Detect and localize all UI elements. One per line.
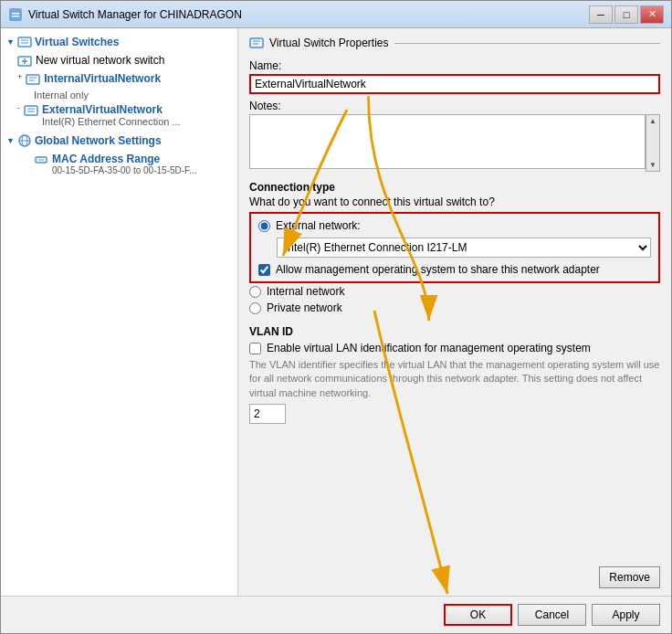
external-network-icon [24,103,38,118]
svg-rect-3 [18,37,31,47]
properties-section-title: Virtual Switch Properties [249,36,660,50]
new-switch-icon [17,54,32,69]
notes-scrollbar[interactable]: ▲ ▼ [646,114,660,172]
connection-type-question: What do you want to connect this virtual… [249,195,660,208]
notes-field-group: Notes: ▲ ▼ [249,100,660,172]
minimize-button[interactable]: ─ [589,5,613,24]
name-field-group: Name: [249,59,660,94]
mac-address-range-item[interactable]: MAC Address Range 00-15-5D-FA-35-00 to 0… [1,151,237,177]
notes-label: Notes: [249,100,660,112]
global-network-section: ▼ Global Network Settings MAC Address R [1,131,237,177]
vlan-value-input[interactable] [249,404,286,424]
global-network-header[interactable]: ▼ Global Network Settings [1,131,237,151]
app-icon [8,7,23,22]
allow-management-row: Allow management operating system to sha… [258,263,651,276]
scroll-up-icon: ▲ [647,115,658,127]
private-network-label: Private network [267,301,342,314]
global-network-settings-label: Global Network Settings [35,134,162,147]
virtual-switches-header[interactable]: ▼ Virtual Switches [1,32,237,52]
mac-address-range-label: MAC Address Range [52,153,196,165]
left-panel: ▼ Virtual Switches New virtual network [1,28,238,596]
close-button[interactable]: ✕ [640,5,664,24]
cancel-button[interactable]: Cancel [518,604,586,626]
vlan-enable-row: Enable virtual LAN identification for ma… [249,342,660,354]
properties-icon [249,36,264,50]
internal-virtual-network-item[interactable]: + InternalVirtualNetwork [1,70,237,89]
internal-network-radio[interactable] [249,286,261,298]
virtual-switches-section: ▼ Virtual Switches New virtual network [1,32,237,129]
title-bar: Virtual Switch Manager for CHINADRAGON ─… [1,1,671,28]
external-virtual-network-item[interactable]: - ExternalVirtualNetwork Intel(R) Ethern… [1,101,237,129]
expand-icon: + [17,72,22,81]
vlan-id-label: VLAN ID [249,325,660,338]
expand-icon2: - [17,103,20,112]
svg-rect-2 [12,16,19,17]
external-network-label: External network: [276,219,361,232]
new-virtual-switch-label: New virtual network switch [36,54,164,67]
name-input[interactable] [249,74,660,94]
notes-input[interactable] [249,114,646,169]
external-network-radio[interactable] [258,220,270,232]
maximize-button[interactable]: □ [614,5,638,24]
internal-network-label: Internal network [267,285,344,298]
internal-network-icon [26,72,40,87]
internal-network-row: Internal network [249,283,660,300]
intel-connection-label: Intel(R) Ethernet Connection ... [42,116,181,127]
mac-range-icon [34,153,48,167]
title-controls: ─ □ ✕ [589,5,664,24]
svg-rect-1 [12,13,19,15]
right-panel-inner: Virtual Switch Properties Name: Notes: ▲ [249,36,660,588]
svg-rect-9 [26,75,39,84]
adapter-dropdown-row: Intel(R) Ethernet Connection I217-LM [258,238,651,258]
scroll-down-icon: ▼ [647,159,658,171]
window-title: Virtual Switch Manager for CHINADRAGON [28,8,242,21]
properties-title-text: Virtual Switch Properties [269,37,389,49]
ok-button[interactable]: OK [444,604,512,626]
notes-wrapper: ▲ ▼ [249,114,660,172]
bottom-bar: OK Cancel Apply [1,596,671,633]
virtual-switches-icon [17,35,32,49]
svg-rect-20 [250,38,263,48]
vlan-description: The VLAN identifier specifies the virtua… [249,358,660,400]
new-virtual-switch-item[interactable]: New virtual network switch [1,52,237,70]
connection-type-section: Connection type What do you want to conn… [249,181,660,316]
main-window: Virtual Switch Manager for CHINADRAGON ─… [0,0,672,634]
private-network-radio[interactable] [249,302,261,314]
svg-rect-0 [9,8,22,21]
virtual-switches-label: Virtual Switches [35,36,119,48]
internal-only-label: Internal only [1,89,237,101]
vlan-enable-label: Enable virtual LAN identification for ma… [267,342,591,354]
external-virtual-network-label: ExternalVirtualNetwork [42,103,181,116]
vlan-enable-checkbox[interactable] [249,343,261,354]
remove-button[interactable]: Remove [599,566,660,588]
connection-options-box: External network: Intel(R) Ethernet Conn… [249,212,660,283]
mac-range-value: 00-15-5D-FA-35-00 to 00-15-5D-F... [52,165,196,175]
remove-button-row: Remove [249,566,660,588]
internal-virtual-network-label: InternalVirtualNetwork [44,72,161,85]
content-area: ▼ Virtual Switches New virtual network [1,28,671,596]
allow-management-checkbox[interactable] [258,264,270,276]
private-network-row: Private network [249,300,660,316]
arrow-down-icon: ▼ [6,37,15,47]
global-settings-icon [17,133,32,148]
title-bar-left: Virtual Switch Manager for CHINADRAGON [8,7,242,22]
external-network-row: External network: [258,219,651,232]
svg-rect-12 [25,106,37,115]
name-label: Name: [249,59,660,72]
apply-button[interactable]: Apply [592,604,660,626]
adapter-dropdown[interactable]: Intel(R) Ethernet Connection I217-LM [277,238,651,258]
allow-management-label: Allow management operating system to sha… [276,263,600,276]
vlan-section: VLAN ID Enable virtual LAN identificatio… [249,325,660,424]
arrow-down-icon2: ▼ [6,136,15,145]
connection-type-label: Connection type [249,181,660,194]
right-panel: Virtual Switch Properties Name: Notes: ▲ [238,28,671,596]
